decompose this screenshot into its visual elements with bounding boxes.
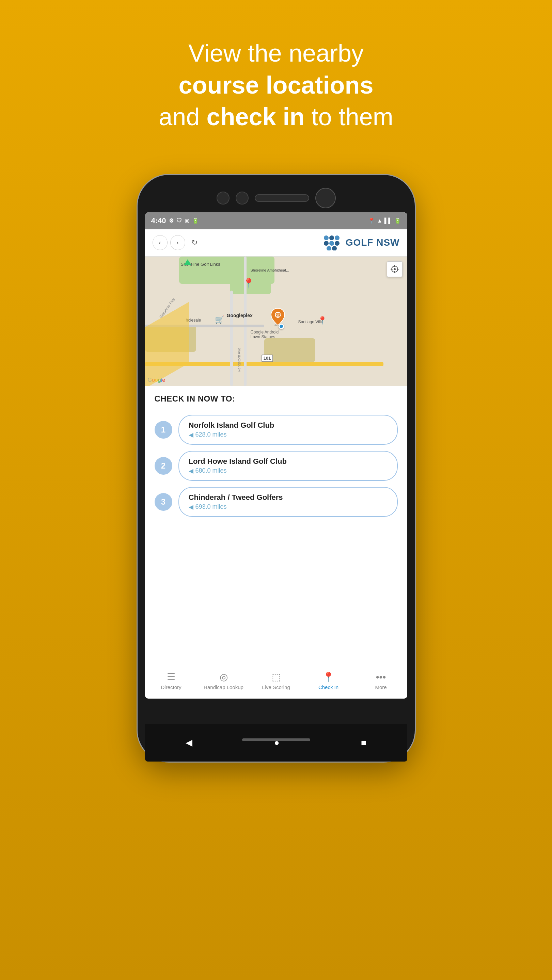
checkin-card[interactable]: Lord Howe Island Golf Club ◀ 680.0 miles: [179, 451, 398, 481]
svg-point-2: [335, 235, 340, 240]
recents-nav-button[interactable]: ■: [361, 737, 366, 748]
tab-icon: ⬚: [272, 671, 281, 682]
svg-point-12: [394, 268, 396, 270]
map-amphitheater-label: Shoreline Amphitheat...: [250, 268, 289, 272]
tab-label: More: [375, 684, 386, 690]
home-bar: [242, 738, 310, 741]
place-pin: 📍: [318, 316, 327, 325]
phone-body: 4:40 ⚙ 🛡 ◎ 🔋 📍 ▲ ▌▌ 🔋 ‹ › ↻: [137, 174, 416, 762]
tab-label: Check In: [318, 684, 338, 690]
main-camera: [315, 188, 336, 208]
map-road-v2: [230, 291, 233, 386]
tab-label: Handicap Lookup: [204, 684, 244, 690]
logo-dots-icon: [324, 235, 342, 250]
settings-icon: ⚙: [169, 218, 174, 224]
checkin-card[interactable]: Norfolk Island Golf Club ◀ 628.0 miles: [179, 415, 398, 445]
svg-point-3: [324, 241, 329, 246]
map-golf-arrow: [184, 259, 191, 265]
camera-dot-small2: [236, 192, 249, 205]
back-button[interactable]: ‹: [153, 235, 168, 250]
tab-icon: ☰: [167, 671, 175, 682]
checkin-distance: ◀ 680.0 miles: [189, 467, 388, 475]
navigation-icon: ◀: [189, 431, 193, 439]
logo-text: GOLF NSW: [346, 237, 400, 248]
status-time: 4:40: [151, 216, 166, 225]
top-nav: ‹ › ↻ GOLF NSW: [145, 229, 407, 256]
navigation-icon: ◀: [189, 503, 193, 511]
phone-mockup: 4:40 ⚙ 🛡 ◎ 🔋 📍 ▲ ▌▌ 🔋 ‹ › ↻: [137, 174, 416, 762]
svg-point-4: [329, 241, 334, 246]
golf-pin-icon: 📍: [243, 278, 255, 289]
headline-line2: course locations: [159, 69, 393, 102]
svg-point-7: [332, 246, 337, 250]
checkin-number: 1: [155, 421, 172, 439]
checkin-club-name: Chinderah / Tweed Golfers: [189, 493, 388, 502]
checkin-number: 3: [155, 493, 172, 511]
tab-bar: ☰ Directory ◎ Handicap Lookup ⬚ Live Sco…: [145, 663, 407, 698]
target-icon: ◎: [185, 218, 189, 224]
headline: View the nearby course locations and che…: [159, 37, 393, 133]
android-nav-bar: ◀ ● ■: [145, 724, 407, 762]
logo-area: GOLF NSW: [324, 235, 400, 250]
battery-icon: 🔋: [192, 218, 199, 224]
battery-level-icon: 🔋: [394, 218, 401, 224]
checkin-club-name: Lord Howe Island Golf Club: [189, 457, 388, 466]
svg-text:☎: ☎: [275, 312, 281, 318]
tab-handicap-lookup[interactable]: ◎ Handicap Lookup: [198, 671, 250, 690]
headline-bold: course locations: [179, 72, 373, 99]
nav-arrows: ‹ › ↻: [153, 235, 198, 250]
checkin-club-name: Norfolk Island Golf Club: [189, 421, 388, 430]
svg-point-0: [324, 235, 329, 240]
camera-dot-small: [217, 192, 230, 205]
checkin-item[interactable]: 3 Chinderah / Tweed Golfers ◀ 693.0 mile…: [155, 487, 398, 517]
wifi-icon: ▲: [377, 218, 383, 224]
map-area[interactable]: Bayshore Fwy Rengstorff Ave 101 Shorelin…: [145, 256, 407, 386]
speaker-bar: [255, 194, 309, 202]
highway-101-badge: 101: [262, 355, 273, 362]
status-bar: 4:40 ⚙ 🛡 ◎ 🔋 📍 ▲ ▌▌ 🔋: [145, 212, 407, 229]
map-googleplex-label: Googleplex: [227, 313, 253, 318]
location-icon: 📍: [368, 218, 375, 224]
svg-point-6: [327, 246, 331, 250]
checkin-card[interactable]: Chinderah / Tweed Golfers ◀ 693.0 miles: [179, 487, 398, 517]
checkin-section: CHECK IN NOW TO: 1 Norfolk Island Golf C…: [145, 386, 407, 663]
gps-dot: [279, 324, 284, 329]
checkin-item[interactable]: 2 Lord Howe Island Golf Club ◀ 680.0 mil…: [155, 451, 398, 481]
tab-directory[interactable]: ☰ Directory: [145, 671, 198, 690]
crosshair-icon: [390, 265, 399, 274]
shield-icon: 🛡: [176, 218, 182, 224]
tab-icon: ◎: [220, 671, 228, 682]
tab-icon: •••: [376, 672, 386, 682]
tab-more[interactable]: ••• More: [355, 672, 407, 690]
svg-point-5: [335, 241, 340, 246]
checkin-item[interactable]: 1 Norfolk Island Golf Club ◀ 628.0 miles: [155, 415, 398, 445]
phone-screen: 4:40 ⚙ 🛡 ◎ 🔋 📍 ▲ ▌▌ 🔋 ‹ › ↻: [145, 212, 407, 698]
signal-icon: ▌▌: [384, 218, 392, 224]
map-android-label: Google AndroidLawn Statues: [250, 330, 279, 339]
phone-top-hardware: [217, 188, 336, 208]
checkin-title: CHECK IN NOW TO:: [155, 386, 398, 407]
checkin-distance: ◀ 693.0 miles: [189, 503, 388, 511]
navigation-icon: ◀: [189, 467, 193, 475]
locate-button[interactable]: [387, 261, 402, 277]
map-road-v1: [244, 256, 247, 386]
tab-label: Live Scoring: [262, 684, 290, 690]
headline-line3: and check in to them: [159, 101, 393, 133]
map-bayshore: [145, 301, 189, 386]
svg-point-1: [329, 235, 334, 240]
forward-button[interactable]: ›: [170, 235, 185, 250]
checkin-list: 1 Norfolk Island Golf Club ◀ 628.0 miles…: [155, 415, 398, 517]
back-nav-button[interactable]: ◀: [186, 737, 192, 748]
map-rengstorff-label: Rengstorff Ave: [237, 348, 241, 372]
checkin-number: 2: [155, 457, 172, 475]
map-background: Bayshore Fwy Rengstorff Ave 101 Shorelin…: [145, 256, 407, 386]
tab-live-scoring[interactable]: ⬚ Live Scoring: [250, 671, 302, 690]
headline-line1: View the nearby: [159, 37, 393, 69]
checkin-distance: ◀ 628.0 miles: [189, 431, 388, 439]
tab-icon: 📍: [322, 671, 334, 682]
shopping-pin: 🛒: [215, 315, 224, 324]
tab-check-in[interactable]: 📍 Check In: [302, 671, 355, 690]
refresh-button[interactable]: ↻: [191, 238, 198, 247]
tab-label: Directory: [161, 684, 181, 690]
